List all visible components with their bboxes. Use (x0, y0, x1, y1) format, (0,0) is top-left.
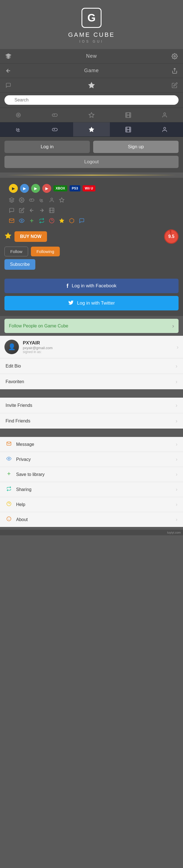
twitter-icon (68, 300, 74, 307)
icon-back[interactable] (29, 208, 35, 215)
svg-rect-0 (6, 55, 11, 55)
wii-badge: Wii U (83, 185, 96, 191)
palette-section: ▶ ▶ ▶ ▶ XBOX PS3 Wii U (0, 178, 183, 276)
play-green-button[interactable]: ▶ (31, 184, 40, 193)
svg-marker-22 (60, 198, 64, 202)
signup-button[interactable]: Sign up (93, 141, 179, 153)
tab-user[interactable] (146, 108, 183, 122)
icon-chat[interactable] (9, 208, 14, 215)
icon-chat-bubble[interactable] (79, 218, 84, 225)
icon-edit[interactable] (19, 208, 25, 215)
favoriten-chevron: › (176, 378, 177, 385)
layers-button[interactable] (0, 49, 17, 64)
buy-now-button[interactable]: BUY NOW (14, 231, 47, 242)
icon-film[interactable] (49, 208, 54, 215)
follow-button[interactable]: Follow (4, 247, 28, 256)
svg-point-24 (21, 220, 23, 221)
icon-satellite[interactable] (39, 197, 44, 204)
svg-marker-30 (5, 233, 11, 239)
play-red-button[interactable]: ▶ (42, 184, 51, 193)
share-button[interactable] (166, 64, 183, 78)
svg-marker-17 (9, 198, 14, 200)
gear-button[interactable] (166, 49, 183, 64)
tab-dark-user[interactable] (146, 122, 183, 136)
svg-point-31 (8, 458, 10, 460)
tab-dark-gamepad[interactable] (37, 122, 73, 136)
tab-bar-light (0, 108, 183, 122)
login-button[interactable]: Log in (4, 141, 90, 153)
icon-layers[interactable] (9, 197, 14, 204)
icon-eye[interactable] (19, 218, 25, 225)
new-toolbar: New (0, 49, 183, 64)
settings-message[interactable]: Message › (0, 437, 183, 452)
profile-header[interactable]: 👤 PXYAIR pxyair@gmail.com signed in as: … (0, 336, 183, 358)
svg-point-11 (164, 113, 166, 115)
settings-save[interactable]: Save to library › (0, 467, 183, 482)
divider (7, 175, 176, 176)
tab-gamepad[interactable] (37, 108, 73, 122)
icon-row-1 (4, 196, 179, 206)
tab-satellite[interactable] (0, 108, 37, 122)
icon-box[interactable] (69, 218, 75, 225)
icon-forward[interactable] (39, 208, 44, 215)
tab-star[interactable] (73, 108, 110, 122)
icon-star[interactable] (59, 197, 65, 204)
icon-star-filled[interactable] (59, 218, 65, 225)
profile-avatar: 👤 (4, 340, 19, 354)
facebook-login-button[interactable]: f Log in with Facebook (4, 279, 179, 293)
settings-sharing[interactable]: Sharing › (0, 482, 183, 497)
search-input[interactable] (4, 95, 179, 105)
icon-retweet[interactable] (39, 218, 44, 225)
retweet-icon (6, 486, 12, 493)
icon-envelope[interactable] (9, 218, 14, 225)
privacy-chevron: › (176, 457, 177, 462)
svg-marker-14 (89, 127, 94, 131)
sharing-chevron: › (176, 487, 177, 492)
tab-dark-star[interactable] (73, 122, 110, 136)
search-wrapper (4, 95, 179, 105)
follow-banner[interactable]: Follow People on Game Cube › (4, 319, 179, 333)
envelope-icon (6, 441, 12, 447)
edit-bio-item[interactable]: Edit Bio › (0, 358, 183, 374)
app-subtitle: IOS GUI (0, 39, 183, 43)
star-icon-large (4, 232, 12, 241)
edit-button[interactable] (166, 78, 183, 93)
play-blue-button[interactable]: ▶ (20, 184, 29, 193)
settings-about[interactable]: About › (0, 512, 183, 527)
eye-icon (6, 456, 12, 463)
twitter-login-button[interactable]: Log in with Twitter (4, 296, 179, 310)
ps3-badge: PS3 (70, 185, 80, 191)
svg-rect-1 (6, 56, 11, 57)
logout-button[interactable]: Logout (4, 156, 179, 168)
icon-help-circle[interactable] (49, 218, 54, 225)
star-center-button[interactable] (17, 82, 166, 89)
subscribe-button[interactable]: Subscribe (4, 259, 35, 270)
invite-friends-item[interactable]: Invite Friends › (0, 398, 183, 413)
icon-plus[interactable] (29, 218, 35, 225)
chat-button[interactable] (0, 78, 17, 93)
tab-dark-film[interactable] (110, 122, 147, 136)
facebook-icon: f (67, 283, 68, 289)
svg-point-3 (174, 56, 176, 57)
icon-gear[interactable] (19, 197, 25, 204)
icon-gamepad[interactable] (29, 197, 35, 204)
find-friends-item[interactable]: Find Friends › (0, 413, 183, 429)
icon-user[interactable] (49, 197, 54, 204)
settings-privacy[interactable]: Privacy › (0, 452, 183, 467)
game-toolbar: Game (0, 64, 183, 78)
svg-point-20 (41, 199, 42, 201)
info-icon (6, 516, 12, 523)
invite-friends-chevron: › (176, 402, 177, 408)
tab-dark-satellite[interactable] (0, 122, 37, 136)
profile-card: 👤 PXYAIR pxyair@gmail.com signed in as: … (0, 336, 183, 389)
back-button[interactable] (0, 64, 17, 78)
play-yellow-button[interactable]: ▶ (9, 184, 18, 193)
svg-rect-2 (6, 57, 11, 58)
tab-film[interactable] (110, 108, 147, 122)
save-chevron: › (176, 471, 177, 477)
settings-help[interactable]: Help › (0, 497, 183, 512)
svg-point-16 (164, 127, 166, 129)
xbox-badge: XBOX (53, 185, 67, 191)
following-button[interactable]: Following (31, 247, 60, 256)
favoriten-item[interactable]: Favoriten › (0, 374, 183, 389)
